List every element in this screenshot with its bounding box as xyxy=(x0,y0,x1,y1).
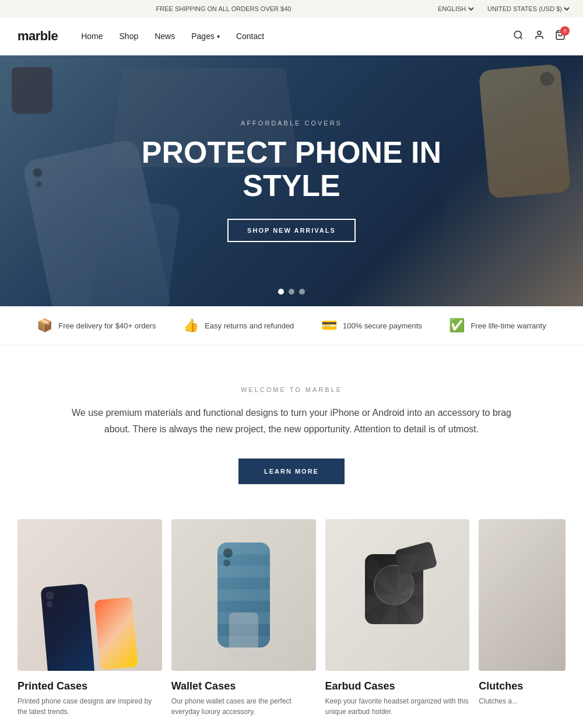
svg-line-1 xyxy=(520,37,522,38)
nav-home[interactable]: Home xyxy=(81,32,103,41)
product-desc-earbud: Keep your favorite headset organized wit… xyxy=(325,696,470,717)
hero-subtitle: AFFORDABLE COVERS xyxy=(117,120,466,127)
account-icon[interactable] xyxy=(534,30,545,43)
hero-cta-button[interactable]: SHOP NEW ARRIVALS xyxy=(227,219,356,242)
returns-icon: 👍 xyxy=(183,318,199,333)
hero-content: AFFORDABLE COVERS PROTECT PHONE IN STYLE… xyxy=(117,120,466,242)
nav-contact[interactable]: Contact xyxy=(236,32,264,41)
product-desc-printed: Printed phone case designs are inspired … xyxy=(17,696,162,717)
delivery-icon: 📦 xyxy=(37,318,52,333)
svg-point-0 xyxy=(514,31,521,38)
top-bar: FREE SHIPPING ON ALL ORDERS OVER $40 ENG… xyxy=(0,0,583,18)
svg-point-2 xyxy=(538,31,541,34)
product-card-earbud: Earbud Cases Keep your favorite headset … xyxy=(325,519,470,717)
payments-icon: 💳 xyxy=(321,318,337,333)
product-title-earbud: Earbud Cases xyxy=(325,680,470,692)
phone-orange-stripe xyxy=(94,597,138,670)
nav-news[interactable]: News xyxy=(154,32,175,41)
feature-delivery-text: Free delivery for $40+ orders xyxy=(58,321,156,330)
feature-returns: 👍 Easy returns and refunded xyxy=(183,318,294,333)
product-card-clutch: Clutches Clutches a... xyxy=(479,519,566,717)
navbar: marble Home Shop News Pages ▾ Contact 0 xyxy=(0,18,583,55)
cart-badge: 0 xyxy=(560,26,570,36)
chevron-down-icon: ▾ xyxy=(217,33,220,40)
product-title-wallet: Wallet Cases xyxy=(171,680,316,692)
welcome-description: We use premium materials and functional … xyxy=(70,405,513,438)
product-image-clutch[interactable] xyxy=(479,519,566,671)
shipping-notice: FREE SHIPPING ON ALL ORDERS OVER $40 xyxy=(12,5,436,12)
hero-dot-2[interactable] xyxy=(289,289,294,295)
currency-select[interactable]: UNITED STATES (USD $) xyxy=(485,5,571,13)
features-bar: 📦 Free delivery for $40+ orders 👍 Easy r… xyxy=(0,306,583,345)
feature-payments-text: 100% secure payments xyxy=(343,321,422,330)
top-bar-right: ENGLISH UNITED STATES (USD $) xyxy=(436,5,571,13)
hero-dot-3[interactable] xyxy=(299,289,305,295)
product-image-earbud[interactable] xyxy=(325,519,470,671)
nav-icons: 0 xyxy=(513,30,566,43)
feature-payments: 💳 100% secure payments xyxy=(321,318,422,333)
phone-marble-dark xyxy=(41,583,96,671)
product-card-printed: Printed Cases Printed phone case designs… xyxy=(17,519,162,717)
product-desc-wallet: Our phone wallet cases are the perfect e… xyxy=(171,696,316,717)
product-title-clutch: Clutches xyxy=(479,680,566,692)
cart-icon[interactable]: 0 xyxy=(555,30,566,43)
welcome-label: WELCOME TO MARBLE xyxy=(70,386,513,393)
product-image-printed[interactable] xyxy=(17,519,162,671)
product-card-wallet: Wallet Cases Our phone wallet cases are … xyxy=(171,519,316,717)
hero-dot-1[interactable] xyxy=(278,289,284,295)
product-image-wallet[interactable] xyxy=(171,519,316,671)
feature-warranty: ✅ Free life-time warranty xyxy=(449,318,546,333)
logo[interactable]: marble xyxy=(17,29,58,44)
hero-dots xyxy=(278,289,305,295)
warranty-icon: ✅ xyxy=(449,318,465,333)
nav-pages[interactable]: Pages ▾ xyxy=(191,32,220,41)
hero-section: AFFORDABLE COVERS PROTECT PHONE IN STYLE… xyxy=(0,55,583,306)
hero-title: PROTECT PHONE IN STYLE xyxy=(117,136,466,202)
product-desc-clutch: Clutches a... xyxy=(479,696,566,706)
nav-shop[interactable]: Shop xyxy=(120,32,139,41)
product-grid: Printed Cases Printed phone case designs… xyxy=(0,519,583,728)
feature-delivery: 📦 Free delivery for $40+ orders xyxy=(37,318,156,333)
nav-links: Home Shop News Pages ▾ Contact xyxy=(81,32,513,41)
welcome-section: WELCOME TO MARBLE We use premium materia… xyxy=(0,345,583,519)
search-icon[interactable] xyxy=(513,30,524,43)
product-title-printed: Printed Cases xyxy=(17,680,162,692)
language-select[interactable]: ENGLISH xyxy=(436,5,476,13)
feature-returns-text: Easy returns and refunded xyxy=(205,321,294,330)
feature-warranty-text: Free life-time warranty xyxy=(470,321,546,330)
learn-more-button[interactable]: LEARN MORE xyxy=(238,459,345,484)
